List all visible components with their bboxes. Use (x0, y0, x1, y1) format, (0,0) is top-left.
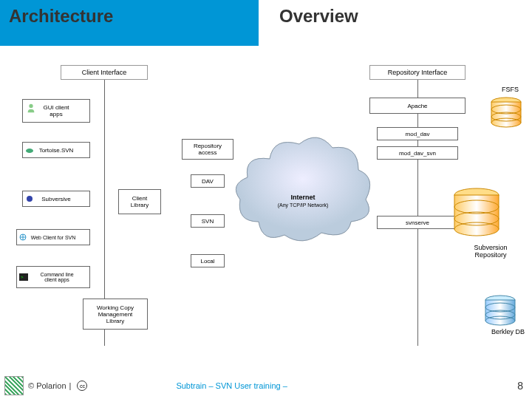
internet-label: Internet (273, 194, 332, 201)
terminal-icon: > (19, 273, 28, 281)
client-interface-header: Client Interface (61, 65, 148, 80)
svn-box: SVN (191, 214, 225, 228)
footer-copyright: © Polarion (28, 381, 66, 390)
local-box: Local (191, 254, 225, 267)
tortoise-label: Tortoise.SVN (39, 147, 74, 154)
title-overview: Overview (279, 6, 358, 27)
svnserve-box: svnserve (377, 216, 458, 229)
internet-cloud (229, 118, 377, 266)
berkley-db-icon (483, 294, 517, 327)
subversion-repo-label: Subversion Repository (461, 244, 520, 259)
user-icon (26, 103, 36, 113)
page-number: 8 (517, 380, 523, 392)
polarion-logo (4, 376, 24, 395)
svg-point-1 (26, 149, 33, 153)
dav-box: DAV (191, 174, 225, 188)
internet-subtitle: (Any TCP/IP Network) (266, 202, 340, 208)
svg-point-0 (29, 104, 33, 108)
cc-icon: cc (77, 381, 87, 391)
client-library-box: Client Library (118, 189, 161, 214)
footer-training: Subtrain – SVN User training – (176, 381, 287, 390)
footer: © Polarion | cc Subtrain – SVN User trai… (0, 372, 532, 399)
svg-text:>: > (21, 275, 24, 279)
apache-box: Apache (369, 98, 466, 114)
mod-dav-box: mod_dav (377, 127, 458, 140)
tortoise-icon (25, 146, 34, 154)
eclipse-icon (26, 195, 33, 202)
web-client-label: Web Client for SVN (31, 235, 76, 240)
fsfs-db-icon (489, 96, 523, 129)
subversion-repo-icon (451, 188, 502, 239)
berkley-db-label: Berkley DB (491, 328, 525, 335)
web-client-box: Web Client for SVN (16, 229, 90, 245)
repository-interface-header: Repository Interface (369, 65, 466, 80)
svg-point-13 (454, 222, 499, 236)
title-architecture: Architecture (9, 6, 113, 27)
cmdline-label: Command line client apps (40, 272, 73, 282)
repository-interface-line (417, 80, 418, 346)
globe-icon (19, 233, 27, 241)
tortoise-box: Tortoise.SVN (22, 142, 90, 158)
mod-dav-svn-box: mod_dav_svn (377, 146, 458, 160)
cmdline-box: > Command line client apps (16, 266, 90, 288)
subversive-box: Subversive (22, 191, 90, 207)
svg-point-2 (27, 196, 33, 202)
gui-client-apps-box: GUI client apps (22, 99, 90, 123)
fsfs-label: FSFS (502, 86, 519, 93)
repo-access-box: Repository access (182, 139, 233, 160)
gui-client-apps-label: GUI client apps (43, 104, 69, 117)
working-copy-box: Working Copy Management Library (83, 299, 148, 330)
subversive-label: Subversive (41, 196, 71, 202)
